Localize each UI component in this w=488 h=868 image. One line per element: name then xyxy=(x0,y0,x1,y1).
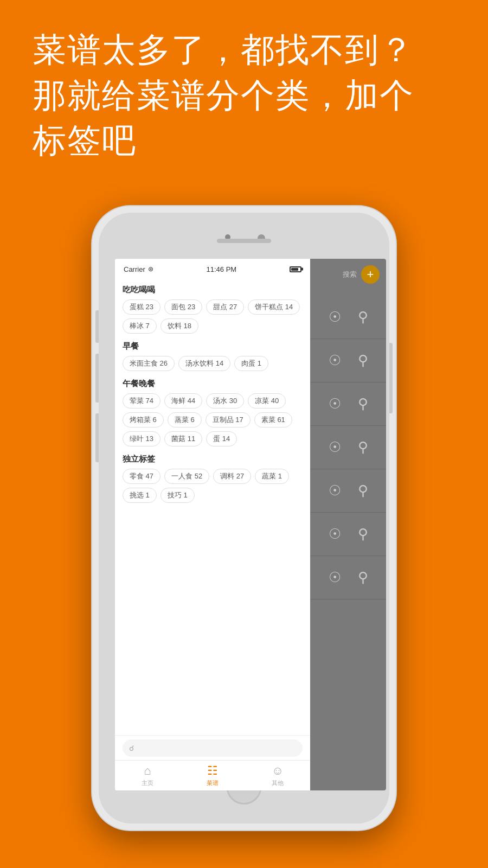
main-content: 吃吃喝喝蛋糕 23面包 23甜点 27饼干糕点 14棒冰 7饮料 18早餐米面主… xyxy=(115,279,310,735)
tags-container: 荤菜 74海鲜 44汤水 30凉菜 40烤箱菜 6蒸菜 6豆制品 17素菜 61… xyxy=(123,393,303,446)
phone-frame: Carrier ⊛ 11:46 PM 吃吃喝喝蛋糕 23面包 xyxy=(92,206,396,830)
header-line2: 那就给菜谱分个类，加个 xyxy=(33,73,455,118)
tag-item[interactable]: 绿叶 13 xyxy=(123,431,160,446)
add-button[interactable]: + xyxy=(361,265,380,284)
category-section: 独立标签零食 47一人食 52调料 27蔬菜 1挑选 1技巧 1 xyxy=(123,454,303,503)
tag-item[interactable]: 挑选 1 xyxy=(123,488,157,503)
camera-icon[interactable]: ☉ xyxy=(329,482,341,499)
category-section: 吃吃喝喝蛋糕 23面包 23甜点 27饼干糕点 14棒冰 7饮料 18 xyxy=(123,285,303,334)
tags-container: 蛋糕 23面包 23甜点 27饼干糕点 14棒冰 7饮料 18 xyxy=(123,299,303,334)
bottom-search-bar[interactable]: ☌ xyxy=(123,739,303,757)
right-search-label: 搜索 xyxy=(343,270,357,279)
app-right-panel: 搜索 + ☉⚲☉⚲☉⚲☉⚲☉⚲☉⚲☉⚲ xyxy=(310,259,386,790)
header-line3: 标签吧 xyxy=(33,118,455,163)
phone-screen: Carrier ⊛ 11:46 PM 吃吃喝喝蛋糕 23面包 xyxy=(115,259,386,790)
tag-item[interactable]: 素菜 61 xyxy=(254,412,292,427)
app-left-panel: Carrier ⊛ 11:46 PM 吃吃喝喝蛋糕 23面包 xyxy=(115,259,310,790)
right-search-area: 搜索 + xyxy=(310,265,386,284)
mute-button xyxy=(95,310,99,343)
tag-item[interactable]: 蒸菜 6 xyxy=(168,412,202,427)
nav-label-home: 主页 xyxy=(142,779,153,787)
camera-icon[interactable]: ☉ xyxy=(329,395,341,412)
phone-mockup: Carrier ⊛ 11:46 PM 吃吃喝喝蛋糕 23面包 xyxy=(92,206,396,830)
home-icon: ⌂ xyxy=(144,764,151,778)
category-section: 午餐晚餐荤菜 74海鲜 44汤水 30凉菜 40烤箱菜 6蒸菜 6豆制品 17素… xyxy=(123,379,303,446)
category-title: 吃吃喝喝 xyxy=(123,285,303,295)
tag-item[interactable]: 汤水饮料 14 xyxy=(178,356,230,371)
status-left: Carrier ⊛ xyxy=(124,265,153,273)
category-title: 午餐晚餐 xyxy=(123,379,303,389)
right-panel-row: ☉⚲ xyxy=(310,556,386,599)
tag-item[interactable]: 技巧 1 xyxy=(160,488,195,503)
bottom-search-area: ☌ xyxy=(115,735,310,760)
right-panel-row: ☉⚲ xyxy=(310,513,386,556)
category-section: 早餐米面主食 26汤水饮料 14肉蛋 1 xyxy=(123,341,303,371)
tag-item[interactable]: 肉蛋 1 xyxy=(234,356,268,371)
cart-icon[interactable]: ⚲ xyxy=(358,309,368,326)
carrier-label: Carrier xyxy=(124,265,145,273)
camera-icon[interactable]: ☉ xyxy=(329,526,341,542)
nav-item-home[interactable]: ⌂ 主页 xyxy=(115,761,180,790)
nav-label-other: 其他 xyxy=(272,779,284,787)
tag-item[interactable]: 汤水 30 xyxy=(206,393,244,409)
tag-item[interactable]: 荤菜 74 xyxy=(123,393,160,409)
tag-item[interactable]: 零食 47 xyxy=(123,469,160,484)
time-label: 11:46 PM xyxy=(207,265,237,273)
bottom-nav: ⌂ 主页 ☷ 菜谱 ☺ 其他 xyxy=(115,760,310,790)
right-panel-row: ☉⚲ xyxy=(310,339,386,382)
tag-item[interactable]: 米面主食 26 xyxy=(123,356,175,371)
cart-icon[interactable]: ⚲ xyxy=(358,482,368,499)
tag-item[interactable]: 面包 23 xyxy=(164,299,202,315)
wifi-icon: ⊛ xyxy=(148,265,153,273)
battery-icon xyxy=(290,266,301,272)
cart-icon[interactable]: ⚲ xyxy=(358,352,368,369)
cart-icon[interactable]: ⚲ xyxy=(358,395,368,412)
cart-icon[interactable]: ⚲ xyxy=(358,526,368,542)
right-panel-row: ☉⚲ xyxy=(310,469,386,513)
tag-item[interactable]: 烤箱菜 6 xyxy=(123,412,164,427)
other-icon: ☺ xyxy=(272,764,284,778)
tag-item[interactable]: 棒冰 7 xyxy=(123,318,157,334)
status-right xyxy=(290,266,301,272)
tag-item[interactable]: 甜点 27 xyxy=(206,299,244,315)
volume-up-button xyxy=(95,354,99,403)
tag-item[interactable]: 饮料 18 xyxy=(160,318,198,334)
tag-item[interactable]: 饼干糕点 14 xyxy=(248,299,300,315)
category-title: 早餐 xyxy=(123,341,303,352)
header-text: 菜谱太多了，都找不到？ 那就给菜谱分个类，加个 标签吧 xyxy=(33,27,455,163)
tag-item[interactable]: 海鲜 44 xyxy=(164,393,202,409)
right-icon-rows: ☉⚲☉⚲☉⚲☉⚲☉⚲☉⚲☉⚲ xyxy=(310,296,386,599)
header-line1: 菜谱太多了，都找不到？ xyxy=(33,27,455,73)
cart-icon[interactable]: ⚲ xyxy=(358,569,368,586)
camera-icon[interactable]: ☉ xyxy=(329,309,341,326)
nav-label-recipes: 菜谱 xyxy=(207,779,219,787)
tag-item[interactable]: 菌菇 11 xyxy=(164,431,202,446)
search-icon: ☌ xyxy=(129,744,134,752)
right-panel-row: ☉⚲ xyxy=(310,426,386,469)
volume-down-button xyxy=(95,413,99,462)
cart-icon[interactable]: ⚲ xyxy=(358,439,368,456)
camera-icon[interactable]: ☉ xyxy=(329,569,341,586)
tag-item[interactable]: 一人食 52 xyxy=(164,469,209,484)
category-title: 独立标签 xyxy=(123,454,303,464)
tag-item[interactable]: 蛋 14 xyxy=(206,431,237,446)
right-panel-row: ☉⚲ xyxy=(310,382,386,426)
power-button xyxy=(389,343,393,413)
status-bar: Carrier ⊛ 11:46 PM xyxy=(115,259,310,279)
tag-item[interactable]: 蛋糕 23 xyxy=(123,299,160,315)
phone-inner: Carrier ⊛ 11:46 PM 吃吃喝喝蛋糕 23面包 xyxy=(99,213,389,824)
camera-icon[interactable]: ☉ xyxy=(329,439,341,456)
tags-container: 零食 47一人食 52调料 27蔬菜 1挑选 1技巧 1 xyxy=(123,469,303,503)
tag-item[interactable]: 蔬菜 1 xyxy=(255,469,289,484)
tag-item[interactable]: 豆制品 17 xyxy=(206,412,251,427)
right-panel-row: ☉⚲ xyxy=(310,296,386,339)
tag-item[interactable]: 调料 27 xyxy=(213,469,251,484)
nav-item-recipes[interactable]: ☷ 菜谱 xyxy=(180,761,245,790)
speaker xyxy=(217,239,271,243)
nav-item-other[interactable]: ☺ 其他 xyxy=(245,761,310,790)
tags-container: 米面主食 26汤水饮料 14肉蛋 1 xyxy=(123,356,303,371)
camera-icon[interactable]: ☉ xyxy=(329,352,341,369)
recipe-icon: ☷ xyxy=(207,764,218,778)
tag-item[interactable]: 凉菜 40 xyxy=(248,393,286,409)
